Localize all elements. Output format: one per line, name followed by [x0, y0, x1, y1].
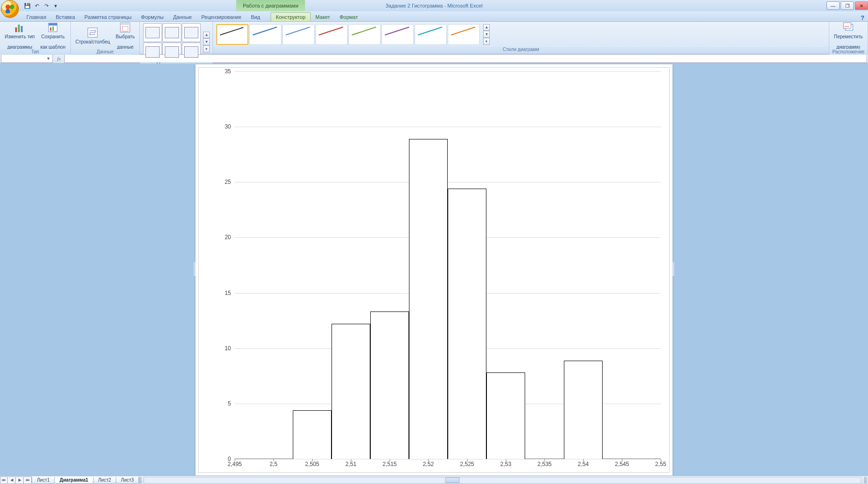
tab-splitter[interactable]	[139, 477, 142, 484]
histogram-bar[interactable]	[370, 311, 409, 459]
ribbon-group-data: Строка/столбец Выбратьданные Данные	[71, 22, 140, 53]
window-title: Задание 2 Гистограмма - Microsoft Excel	[0, 3, 868, 9]
x-tick-label: 2,525	[460, 461, 474, 467]
select-data-button[interactable]: Выбратьданные	[114, 23, 136, 48]
select-data-icon	[119, 22, 131, 33]
x-tick-label: 2,515	[383, 461, 397, 467]
fx-icon[interactable]: fx	[54, 56, 64, 61]
name-box[interactable]: ▼	[1, 54, 53, 63]
sheet-nav-prev[interactable]: ◀	[8, 476, 16, 484]
sheet-tab-active[interactable]: Диаграмма1	[54, 477, 93, 484]
y-tick-label: 30	[225, 123, 231, 130]
chart-style-gallery[interactable]	[216, 24, 480, 45]
sheet-tab[interactable]: Лист1	[32, 477, 55, 484]
tab-chart-design[interactable]: Конструктор	[271, 12, 311, 21]
chevron-down-icon[interactable]: ▼	[46, 56, 51, 61]
chart-style-option[interactable]	[415, 24, 447, 45]
svg-rect-2	[21, 26, 23, 32]
histogram-bar[interactable]	[332, 324, 370, 459]
svg-rect-5	[50, 27, 51, 31]
tab-home[interactable]: Главная	[22, 13, 51, 21]
move-chart-icon	[842, 22, 854, 33]
switch-icon	[87, 27, 98, 38]
chart-style-option[interactable]	[315, 24, 348, 45]
tab-view[interactable]: Вид	[246, 13, 265, 21]
histogram-bar[interactable]	[409, 139, 448, 459]
gridline	[235, 127, 661, 127]
chart-object[interactable]: 051015202530352,4952,52,5052,512,5152,52…	[198, 67, 670, 473]
group-label-data: Данные	[71, 49, 140, 55]
histogram-bar[interactable]	[564, 361, 603, 459]
layout-gallery-scroll[interactable]: ▲▼▾	[203, 32, 210, 52]
page-handle-left[interactable]	[194, 262, 196, 276]
x-tick-label: 2,51	[345, 461, 356, 467]
close-button[interactable]: ✕	[855, 1, 868, 10]
histogram-bar[interactable]	[293, 410, 332, 459]
maximize-button[interactable]: ❐	[841, 1, 854, 10]
sheet-nav-first[interactable]: ⏮	[0, 476, 8, 484]
quick-access-toolbar: 💾 ↶ ↷ ▾	[22, 0, 61, 11]
tab-chart-format[interactable]: Формат	[335, 13, 363, 21]
ribbon-group-chart-styles: ▲▼▾ Стили диаграмм	[213, 22, 829, 53]
svg-rect-12	[843, 23, 851, 28]
sheet-tab[interactable]: Лист2	[93, 477, 116, 484]
office-button[interactable]	[1, 0, 19, 18]
chart-layout-gallery[interactable]	[143, 23, 200, 61]
save-as-template-button[interactable]: Сохранитькак шаблон	[38, 23, 67, 48]
sheet-nav-next[interactable]: ▶	[16, 476, 24, 484]
tab-insert[interactable]: Вставка	[51, 13, 80, 21]
svg-rect-6	[52, 26, 54, 31]
chart-layout-option[interactable]	[143, 23, 162, 42]
chart-style-option[interactable]	[249, 24, 281, 45]
resize-grip[interactable]	[864, 477, 867, 484]
undo-icon[interactable]: ↶	[33, 2, 41, 9]
chart-style-option[interactable]	[349, 24, 381, 45]
gridline	[235, 459, 661, 459]
chart-plot-area[interactable]: 051015202530352,4952,52,5052,512,5152,52…	[235, 71, 661, 459]
qat-dropdown-icon[interactable]: ▾	[52, 2, 60, 9]
ribbon-group-type: Изменить типдиаграммы Сохранитькак шабло…	[0, 22, 71, 53]
gridline	[235, 182, 661, 182]
chart-style-option[interactable]	[382, 24, 414, 45]
horizontal-scrollbar[interactable]	[144, 477, 861, 484]
scrollbar-thumb[interactable]	[445, 477, 460, 483]
chart-layout-option[interactable]	[162, 23, 181, 42]
help-icon[interactable]: ?	[857, 15, 868, 21]
minimize-button[interactable]: —	[826, 1, 840, 10]
x-tick-label: 2,52	[423, 461, 434, 467]
page-handle-right[interactable]	[672, 262, 674, 276]
y-tick-label: 20	[225, 234, 231, 241]
worksheet-area: 051015202530352,4952,52,5052,512,5152,52…	[0, 63, 868, 475]
style-gallery-scroll[interactable]: ▲▼▾	[483, 24, 490, 45]
tab-page-layout[interactable]: Разметка страницы	[80, 13, 136, 21]
svg-rect-4	[49, 23, 57, 26]
chart-style-option[interactable]	[216, 24, 248, 45]
titlebar: 💾 ↶ ↷ ▾ Задание 2 Гистограмма - Microsof…	[0, 0, 868, 11]
x-tick-label: 2,5	[270, 461, 278, 467]
histogram-bar[interactable]	[448, 189, 486, 459]
svg-rect-1	[18, 25, 20, 32]
move-chart-button[interactable]: Переместитьдиаграмму	[832, 23, 865, 48]
chart-style-option[interactable]	[448, 24, 480, 45]
x-tick-label: 2,545	[615, 461, 629, 467]
tab-formulas[interactable]: Формулы	[136, 13, 169, 21]
tab-chart-layout[interactable]: Макет	[311, 13, 335, 21]
svg-rect-9	[120, 23, 130, 25]
group-label-location: Расположение	[829, 49, 868, 55]
sheet-tab[interactable]: Лист3	[116, 477, 139, 484]
x-tick-label: 2,54	[578, 461, 588, 467]
chart-style-option[interactable]	[282, 24, 315, 45]
histogram-bar[interactable]	[486, 372, 525, 459]
change-chart-type-button[interactable]: Изменить типдиаграммы	[3, 23, 36, 48]
gridline	[235, 71, 661, 72]
sheet-nav-last[interactable]: ⏭	[24, 476, 32, 484]
save-icon[interactable]: 💾	[24, 2, 31, 9]
switch-row-column-button[interactable]: Строка/столбец	[74, 23, 112, 48]
tab-data[interactable]: Данные	[168, 13, 196, 21]
chart-sheet[interactable]: 051015202530352,4952,52,5052,512,5152,52…	[196, 64, 672, 475]
tab-review[interactable]: Рецензирование	[196, 13, 246, 21]
redo-icon[interactable]: ↷	[43, 2, 50, 9]
svg-rect-0	[15, 27, 17, 32]
chart-layout-option[interactable]	[182, 23, 201, 42]
ribbon-group-chart-layouts: ▲▼▾ Макеты диаграмм	[140, 22, 213, 53]
